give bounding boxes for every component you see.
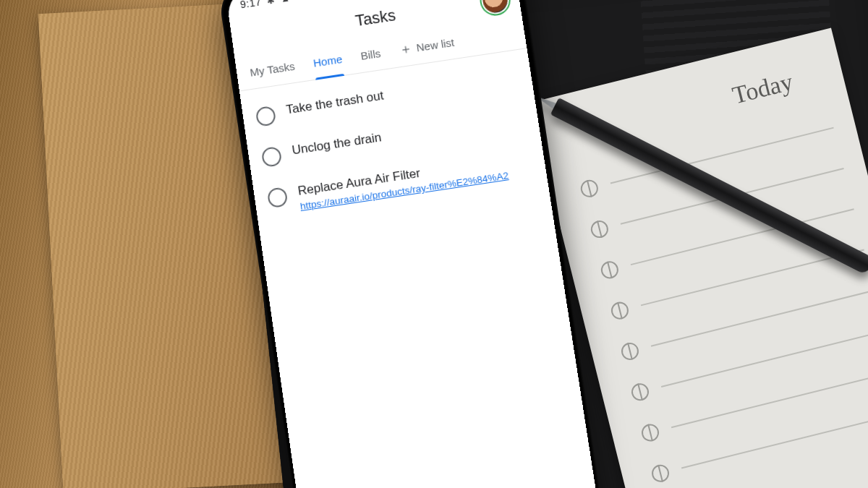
photo-scene: Today 9:17 ✱ ▲ ▲ ◎ — [0, 0, 868, 488]
app-title: Tasks — [354, 6, 397, 30]
task-checkbox[interactable] — [261, 146, 283, 168]
nav-icon: ▲ — [280, 0, 291, 4]
avatar[interactable] — [481, 0, 509, 14]
tab-home[interactable]: Home — [311, 42, 344, 80]
nav-icon: ▲ — [294, 0, 305, 2]
task-checkbox[interactable] — [267, 187, 289, 208]
slack-icon: ✱ — [266, 0, 276, 6]
status-time: 9:17 — [239, 0, 262, 10]
new-list-label: New list — [415, 35, 455, 53]
tab-my-tasks[interactable]: My Tasks — [247, 49, 297, 89]
tab-label: Bills — [359, 46, 381, 61]
task-checkbox[interactable] — [255, 106, 277, 127]
tab-label: Home — [312, 52, 343, 69]
plus-icon: ＋ — [398, 41, 413, 56]
tab-label: My Tasks — [249, 59, 295, 78]
new-list-button[interactable]: ＋ New list — [398, 35, 455, 56]
tab-bills[interactable]: Bills — [358, 36, 383, 72]
